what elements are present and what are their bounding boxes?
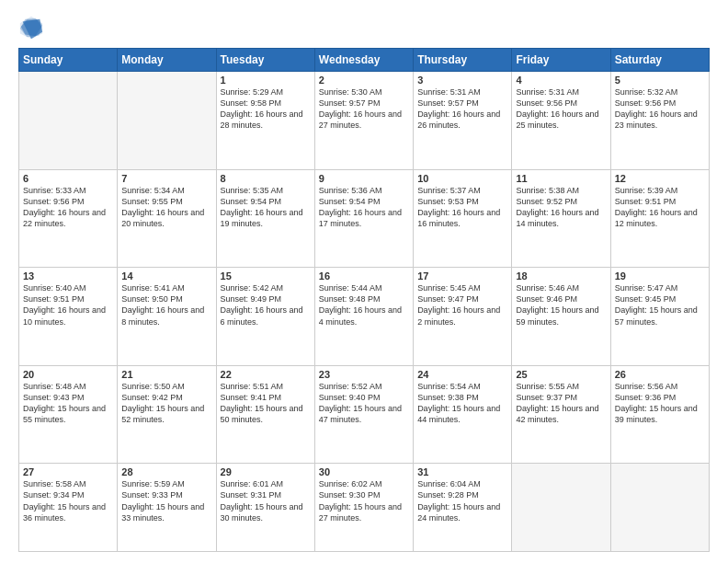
day-number: 18: [516, 270, 606, 282]
cell-info: Sunrise: 5:33 AMSunset: 9:56 PMDaylight:…: [23, 185, 113, 230]
calendar-cell: 11Sunrise: 5:38 AMSunset: 9:52 PMDayligh…: [512, 169, 610, 268]
calendar-cell: 28Sunrise: 5:59 AMSunset: 9:33 PMDayligh…: [118, 464, 216, 552]
calendar-cell: [512, 464, 610, 552]
day-number: 1: [221, 75, 311, 86]
day-number: 15: [221, 270, 311, 282]
cell-info: Sunrise: 5:52 AMSunset: 9:40 PMDaylight:…: [319, 381, 409, 426]
cell-info: Sunrise: 5:42 AMSunset: 9:49 PMDaylight:…: [221, 282, 311, 327]
cell-info: Sunrise: 5:37 AMSunset: 9:53 PMDaylight:…: [417, 185, 507, 230]
cell-info: Sunrise: 5:29 AMSunset: 9:58 PMDaylight:…: [221, 86, 311, 132]
day-number: 30: [319, 466, 409, 477]
day-number: 29: [221, 466, 311, 477]
day-number: 24: [417, 369, 507, 380]
cell-info: Sunrise: 5:36 AMSunset: 9:54 PMDaylight:…: [319, 185, 409, 230]
calendar-cell: [610, 464, 709, 552]
calendar-cell: 3Sunrise: 5:31 AMSunset: 9:57 PMDaylight…: [414, 72, 512, 170]
calendar-cell: 1Sunrise: 5:29 AMSunset: 9:58 PMDaylight…: [216, 72, 314, 170]
day-number: 16: [319, 270, 409, 282]
calendar-cell: 4Sunrise: 5:31 AMSunset: 9:56 PMDaylight…: [512, 72, 610, 170]
calendar-cell: 22Sunrise: 5:51 AMSunset: 9:41 PMDayligh…: [216, 365, 314, 464]
cell-info: Sunrise: 5:38 AMSunset: 9:52 PMDaylight:…: [516, 185, 606, 230]
cell-info: Sunrise: 5:46 AMSunset: 9:46 PMDaylight:…: [516, 282, 606, 327]
cell-info: Sunrise: 5:39 AMSunset: 9:51 PMDaylight:…: [615, 185, 705, 230]
calendar-cell: 25Sunrise: 5:55 AMSunset: 9:37 PMDayligh…: [512, 365, 610, 464]
day-number: 28: [121, 466, 211, 477]
calendar-cell: 20Sunrise: 5:48 AMSunset: 9:43 PMDayligh…: [19, 365, 118, 464]
calendar-cell: 2Sunrise: 5:30 AMSunset: 9:57 PMDaylight…: [314, 72, 413, 170]
calendar-header-sunday: Sunday: [19, 49, 118, 72]
cell-info: Sunrise: 5:30 AMSunset: 9:57 PMDaylight:…: [319, 86, 409, 132]
cell-info: Sunrise: 5:40 AMSunset: 9:51 PMDaylight:…: [23, 282, 113, 327]
calendar-week-5: 27Sunrise: 5:58 AMSunset: 9:34 PMDayligh…: [19, 464, 710, 552]
day-number: 31: [417, 466, 507, 477]
cell-info: Sunrise: 5:56 AMSunset: 9:36 PMDaylight:…: [615, 381, 705, 426]
calendar-week-4: 20Sunrise: 5:48 AMSunset: 9:43 PMDayligh…: [19, 365, 710, 464]
cell-info: Sunrise: 5:41 AMSunset: 9:50 PMDaylight:…: [121, 282, 211, 327]
cell-info: Sunrise: 5:34 AMSunset: 9:55 PMDaylight:…: [121, 185, 211, 230]
calendar-cell: 12Sunrise: 5:39 AMSunset: 9:51 PMDayligh…: [610, 169, 709, 268]
day-number: 27: [23, 466, 113, 477]
logo-icon: [18, 15, 44, 40]
day-number: 17: [417, 270, 507, 282]
calendar-header-friday: Friday: [512, 49, 610, 72]
calendar-cell: 29Sunrise: 6:01 AMSunset: 9:31 PMDayligh…: [216, 464, 314, 552]
day-number: 8: [221, 173, 311, 184]
day-number: 25: [516, 369, 606, 380]
calendar-cell: 6Sunrise: 5:33 AMSunset: 9:56 PMDaylight…: [19, 169, 118, 268]
calendar-cell: 27Sunrise: 5:58 AMSunset: 9:34 PMDayligh…: [19, 464, 118, 552]
calendar-header-saturday: Saturday: [610, 49, 709, 72]
day-number: 19: [615, 270, 705, 282]
page: SundayMondayTuesdayWednesdayThursdayFrid…: [0, 0, 728, 563]
calendar-cell: 23Sunrise: 5:52 AMSunset: 9:40 PMDayligh…: [314, 365, 413, 464]
day-number: 5: [615, 75, 705, 86]
day-number: 11: [516, 173, 606, 184]
calendar-cell: [118, 72, 216, 170]
calendar-cell: 18Sunrise: 5:46 AMSunset: 9:46 PMDayligh…: [512, 268, 610, 366]
cell-info: Sunrise: 5:48 AMSunset: 9:43 PMDaylight:…: [23, 381, 113, 426]
day-number: 9: [319, 173, 409, 184]
calendar-week-2: 6Sunrise: 5:33 AMSunset: 9:56 PMDaylight…: [19, 169, 710, 268]
calendar-table: SundayMondayTuesdayWednesdayThursdayFrid…: [18, 48, 710, 552]
calendar-cell: 5Sunrise: 5:32 AMSunset: 9:56 PMDaylight…: [610, 72, 709, 170]
day-number: 21: [121, 369, 211, 380]
calendar-cell: 21Sunrise: 5:50 AMSunset: 9:42 PMDayligh…: [118, 365, 216, 464]
calendar-cell: [19, 72, 118, 170]
calendar-cell: 7Sunrise: 5:34 AMSunset: 9:55 PMDaylight…: [118, 169, 216, 268]
cell-info: Sunrise: 5:47 AMSunset: 9:45 PMDaylight:…: [615, 282, 705, 327]
calendar-cell: 14Sunrise: 5:41 AMSunset: 9:50 PMDayligh…: [118, 268, 216, 366]
calendar-cell: 8Sunrise: 5:35 AMSunset: 9:54 PMDaylight…: [216, 169, 314, 268]
day-number: 3: [417, 75, 507, 86]
header: [18, 15, 710, 40]
logo: [18, 15, 48, 40]
calendar-header-row: SundayMondayTuesdayWednesdayThursdayFrid…: [19, 49, 710, 72]
cell-info: Sunrise: 5:54 AMSunset: 9:38 PMDaylight:…: [417, 381, 507, 426]
day-number: 6: [23, 173, 113, 184]
calendar-header-monday: Monday: [118, 49, 216, 72]
cell-info: Sunrise: 5:50 AMSunset: 9:42 PMDaylight:…: [121, 381, 211, 426]
day-number: 10: [417, 173, 507, 184]
cell-info: Sunrise: 5:31 AMSunset: 9:56 PMDaylight:…: [516, 86, 606, 132]
day-number: 20: [23, 369, 113, 380]
calendar-cell: 15Sunrise: 5:42 AMSunset: 9:49 PMDayligh…: [216, 268, 314, 366]
calendar-cell: 24Sunrise: 5:54 AMSunset: 9:38 PMDayligh…: [414, 365, 512, 464]
calendar-week-1: 1Sunrise: 5:29 AMSunset: 9:58 PMDaylight…: [19, 72, 710, 170]
day-number: 23: [319, 369, 409, 380]
day-number: 13: [23, 270, 113, 282]
day-number: 26: [615, 369, 705, 380]
cell-info: Sunrise: 5:44 AMSunset: 9:48 PMDaylight:…: [319, 282, 409, 327]
calendar-cell: 9Sunrise: 5:36 AMSunset: 9:54 PMDaylight…: [314, 169, 413, 268]
calendar-cell: 13Sunrise: 5:40 AMSunset: 9:51 PMDayligh…: [19, 268, 118, 366]
cell-info: Sunrise: 6:02 AMSunset: 9:30 PMDaylight:…: [319, 478, 409, 523]
calendar-header-thursday: Thursday: [414, 49, 512, 72]
calendar-cell: 17Sunrise: 5:45 AMSunset: 9:47 PMDayligh…: [414, 268, 512, 366]
cell-info: Sunrise: 5:35 AMSunset: 9:54 PMDaylight:…: [221, 185, 311, 230]
calendar-cell: 26Sunrise: 5:56 AMSunset: 9:36 PMDayligh…: [610, 365, 709, 464]
calendar-cell: 19Sunrise: 5:47 AMSunset: 9:45 PMDayligh…: [610, 268, 709, 366]
day-number: 22: [221, 369, 311, 380]
calendar-cell: 16Sunrise: 5:44 AMSunset: 9:48 PMDayligh…: [314, 268, 413, 366]
cell-info: Sunrise: 5:31 AMSunset: 9:57 PMDaylight:…: [417, 86, 507, 132]
cell-info: Sunrise: 5:55 AMSunset: 9:37 PMDaylight:…: [516, 381, 606, 426]
cell-info: Sunrise: 5:58 AMSunset: 9:34 PMDaylight:…: [23, 478, 113, 523]
day-number: 12: [615, 173, 705, 184]
cell-info: Sunrise: 5:59 AMSunset: 9:33 PMDaylight:…: [121, 478, 211, 523]
